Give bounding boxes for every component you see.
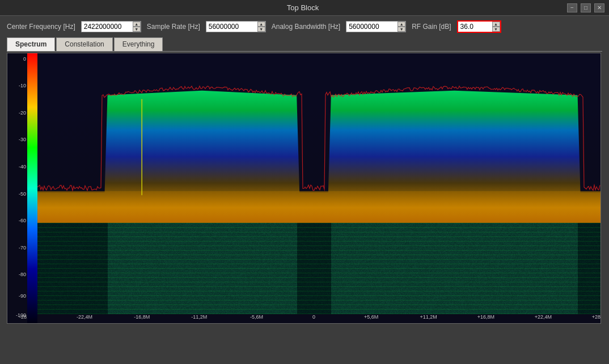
x-label-pos11: +11,2M [420,314,437,320]
y-label-60: -60 [19,218,26,223]
rf-gain-spinners: ▲ ▼ [492,22,500,32]
x-label-0: 0 [312,314,315,320]
y-label-90: -90 [19,293,26,299]
x-label-pos28: +28,0M [592,314,601,320]
y-label-50: -50 [19,191,26,197]
x-label-pos5: +5,6M [364,314,378,320]
x-axis: -28,0M -22,4M -16,8M -11,2M -5,6M 0 +5,6… [27,314,600,322]
center-freq-down[interactable]: ▼ [133,27,141,32]
rf-gain-field[interactable] [458,22,492,32]
tab-spectrum[interactable]: Spectrum [7,37,55,51]
y-label-10: -10 [19,83,26,88]
sample-rate-field[interactable] [206,22,257,32]
analog-bw-field[interactable] [346,22,397,32]
analog-bw-up[interactable]: ▲ [397,22,405,27]
rf-gain-input[interactable]: ▲ ▼ [457,20,501,33]
sample-rate-up[interactable]: ▲ [257,22,265,27]
center-freq-label: Center Frequency [Hz] [7,23,75,31]
y-label-30: -30 [19,137,26,142]
center-freq-field[interactable] [82,22,133,32]
title-bar: Top Block − □ ✕ [0,0,609,16]
y-axis: 0 -10 -20 -30 -40 -50 -60 -70 -80 -90 -1… [7,53,27,323]
colorbar-canvas [27,53,37,323]
main-content: Center Frequency [Hz] ▲ ▼ Sample Rate [H… [0,16,609,328]
sample-rate-spinners: ▲ ▼ [257,22,265,32]
center-freq-spinners: ▲ ▼ [133,22,141,32]
sample-rate-label: Sample Rate [Hz] [147,23,200,31]
window-controls: − □ ✕ [567,3,604,12]
center-freq-up[interactable]: ▲ [133,22,141,27]
center-freq-input[interactable]: ▲ ▼ [81,21,141,32]
maximize-button[interactable]: □ [581,3,591,12]
y-label-80: -80 [19,272,26,277]
tab-constellation[interactable]: Constellation [56,37,112,51]
close-button[interactable]: ✕ [594,3,604,12]
x-label-neg5: -5,6M [250,314,263,320]
x-label-neg22: -22,4M [77,314,92,320]
chart-area: 0 -10 -20 -30 -40 -50 -60 -70 -80 -90 -1… [7,53,600,323]
tabs-row: Spectrum Constellation Everything [7,37,602,52]
window-title: Top Block [39,3,567,12]
analog-bw-spinners: ▲ ▼ [397,22,405,32]
x-label-neg16: -16,8M [134,314,150,320]
spectrum-canvas [27,53,600,314]
rf-gain-label: RF Gain [dB] [412,23,451,31]
x-label-neg11: -11,2M [191,314,207,320]
controls-row: Center Frequency [Hz] ▲ ▼ Sample Rate [H… [7,20,602,33]
y-label-0: 0 [23,56,26,62]
analog-bw-input[interactable]: ▲ ▼ [346,21,406,32]
spectrum-container: 0 -10 -20 -30 -40 -50 -60 -70 -80 -90 -1… [7,53,601,324]
sample-rate-down[interactable]: ▼ [257,27,265,32]
x-label-pos16: +16,8M [477,314,494,320]
x-label-pos22: +22,4M [535,314,552,320]
analog-bw-label: Analog Bandwidth [Hz] [272,23,340,31]
rf-gain-up[interactable]: ▲ [492,22,500,27]
y-label-20: -20 [19,110,26,116]
tab-everything[interactable]: Everything [114,37,163,51]
y-label-40: -40 [19,164,26,170]
sample-rate-input[interactable]: ▲ ▼ [206,21,266,32]
minimize-button[interactable]: − [567,3,577,12]
y-label-70: -70 [19,245,26,251]
analog-bw-down[interactable]: ▼ [397,27,405,32]
rf-gain-down[interactable]: ▼ [492,27,500,32]
